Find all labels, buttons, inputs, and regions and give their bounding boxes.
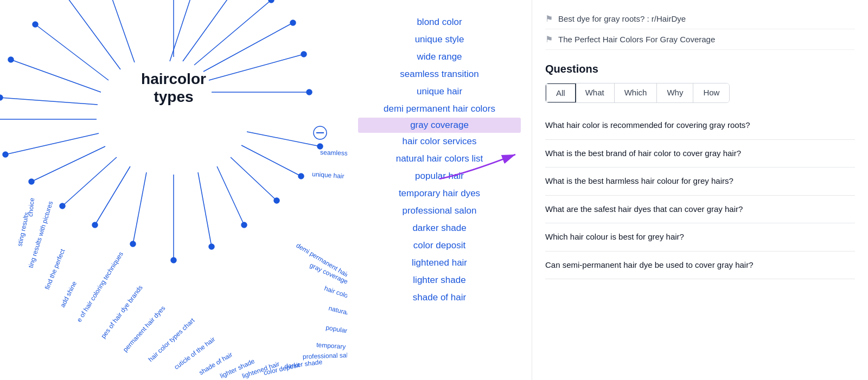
tab-why[interactable]: Why bbox=[657, 83, 693, 102]
svg-line-42 bbox=[231, 157, 277, 201]
question-5[interactable]: Which hair colour is best for grey hair? bbox=[545, 223, 855, 252]
filter-tabs: All What Which Why How bbox=[545, 83, 730, 103]
svg-point-19 bbox=[33, 22, 38, 27]
svg-line-2 bbox=[209, 54, 304, 80]
term-shade-of-hair[interactable]: shade of hair bbox=[358, 289, 521, 306]
svg-point-5 bbox=[290, 20, 296, 25]
related-terms-panel: blond color unique style wide range seam… bbox=[347, 0, 532, 380]
questions-title: Questions bbox=[545, 63, 855, 75]
svg-line-22 bbox=[0, 98, 98, 105]
svg-text:seamless transition: seamless transition bbox=[320, 149, 347, 158]
svg-point-1 bbox=[307, 89, 312, 95]
tab-what[interactable]: What bbox=[576, 83, 615, 102]
svg-line-34 bbox=[133, 172, 146, 244]
term-wide-range[interactable]: wide range bbox=[358, 48, 521, 66]
sources-section: ⚑ Best dye for gray roots? : r/HairDye ⚑… bbox=[545, 0, 855, 54]
term-temporary-hair-dyes[interactable]: temporary hair dyes bbox=[358, 185, 521, 202]
svg-line-18 bbox=[35, 24, 108, 80]
svg-text:add shine: add shine bbox=[59, 280, 78, 308]
term-lightened-hair[interactable]: lightened hair bbox=[358, 254, 521, 272]
svg-line-26 bbox=[5, 133, 99, 154]
svg-text:natural hair colors list: natural hair colors list bbox=[328, 304, 347, 326]
svg-point-45 bbox=[298, 173, 304, 179]
mindmap-svg: haircolor types bbox=[0, 0, 347, 380]
svg-line-38 bbox=[198, 172, 212, 247]
term-blond-color[interactable]: blond color bbox=[358, 14, 521, 31]
tab-all[interactable]: All bbox=[545, 83, 576, 103]
svg-point-21 bbox=[8, 57, 14, 62]
svg-point-31 bbox=[60, 203, 65, 209]
svg-point-23 bbox=[0, 95, 3, 100]
svg-text:hair color services: hair color services bbox=[323, 285, 347, 309]
mindmap-center-label2: types bbox=[154, 88, 193, 105]
svg-line-32 bbox=[95, 166, 130, 225]
svg-text:professional salon: professional salon bbox=[303, 351, 347, 360]
svg-line-46 bbox=[247, 132, 320, 146]
svg-line-44 bbox=[241, 145, 301, 176]
term-darker-shade[interactable]: darker shade bbox=[358, 220, 521, 237]
term-gray-coverage[interactable]: gray coverage bbox=[358, 118, 521, 133]
question-1[interactable]: What hair color is recommended for cover… bbox=[545, 112, 855, 140]
svg-point-3 bbox=[301, 51, 307, 57]
svg-line-14 bbox=[103, 0, 135, 62]
term-lighter-shade[interactable]: lighter shade bbox=[358, 272, 521, 289]
svg-line-8 bbox=[183, 0, 242, 61]
svg-point-37 bbox=[171, 257, 176, 263]
svg-text:temporary hair dyes: temporary hair dyes bbox=[316, 341, 347, 352]
term-unique-style[interactable]: unique style bbox=[358, 31, 521, 48]
svg-line-30 bbox=[62, 157, 117, 206]
question-3[interactable]: What is the best harmless hair colour fo… bbox=[545, 168, 855, 196]
svg-line-4 bbox=[203, 23, 293, 72]
question-6[interactable]: Can semi-permanent hair dye be used to c… bbox=[545, 252, 855, 280]
mindmap-center-label: haircolor bbox=[141, 70, 206, 87]
source-item-1[interactable]: ⚑ Best dye for gray roots? : r/HairDye bbox=[545, 9, 855, 29]
mindmap-panel: haircolor types bbox=[0, 0, 347, 380]
svg-point-29 bbox=[29, 179, 34, 184]
svg-point-43 bbox=[274, 198, 279, 203]
term-professional-salon[interactable]: professional salon bbox=[358, 202, 521, 220]
svg-point-33 bbox=[92, 222, 98, 228]
tab-which[interactable]: Which bbox=[615, 83, 658, 102]
term-popular-hair[interactable]: popular hair bbox=[358, 168, 521, 185]
svg-point-7 bbox=[269, 0, 274, 3]
question-2[interactable]: What is the best brand of hair color to … bbox=[545, 140, 855, 168]
term-unique-hair[interactable]: unique hair bbox=[358, 83, 521, 100]
source-text-1: Best dye for gray roots? : r/HairDye bbox=[558, 13, 686, 24]
svg-point-41 bbox=[241, 222, 247, 228]
terms-list: blond color unique style wide range seam… bbox=[347, 14, 532, 306]
svg-text:popular hair: popular hair bbox=[326, 324, 347, 337]
source-item-2[interactable]: ⚑ The Perfect Hair Colors For Gray Cover… bbox=[545, 29, 855, 50]
svg-point-27 bbox=[3, 152, 8, 157]
svg-text:unique hair: unique hair bbox=[312, 170, 344, 180]
bookmark-icon-2: ⚑ bbox=[545, 34, 553, 44]
term-seamless-transition[interactable]: seamless transition bbox=[358, 66, 521, 83]
svg-line-40 bbox=[217, 166, 244, 225]
questions-section: Questions All What Which Why How What ha… bbox=[545, 54, 855, 279]
svg-point-39 bbox=[209, 244, 214, 249]
right-panel: ⚑ Best dye for gray roots? : r/HairDye ⚑… bbox=[532, 0, 868, 380]
term-hair-color-services[interactable]: hair color services bbox=[358, 133, 521, 150]
svg-line-10 bbox=[170, 0, 201, 61]
bookmark-icon: ⚑ bbox=[545, 14, 553, 24]
question-4[interactable]: What are the safest hair dyes that can c… bbox=[545, 196, 855, 224]
svg-line-16 bbox=[65, 0, 120, 69]
term-color-deposit[interactable]: color deposit bbox=[358, 237, 521, 254]
svg-line-28 bbox=[31, 146, 105, 182]
source-text-2: The Perfect Hair Colors For Gray Coverag… bbox=[558, 34, 715, 45]
svg-text:find the perfect: find the perfect bbox=[43, 248, 67, 291]
svg-text:sting results: sting results bbox=[16, 211, 30, 247]
term-natural-hair-colors[interactable]: natural hair colors list bbox=[358, 150, 521, 168]
term-demi-permanent[interactable]: demi permanent hair colors bbox=[358, 100, 521, 118]
tab-how[interactable]: How bbox=[693, 83, 729, 102]
svg-point-35 bbox=[130, 241, 136, 247]
